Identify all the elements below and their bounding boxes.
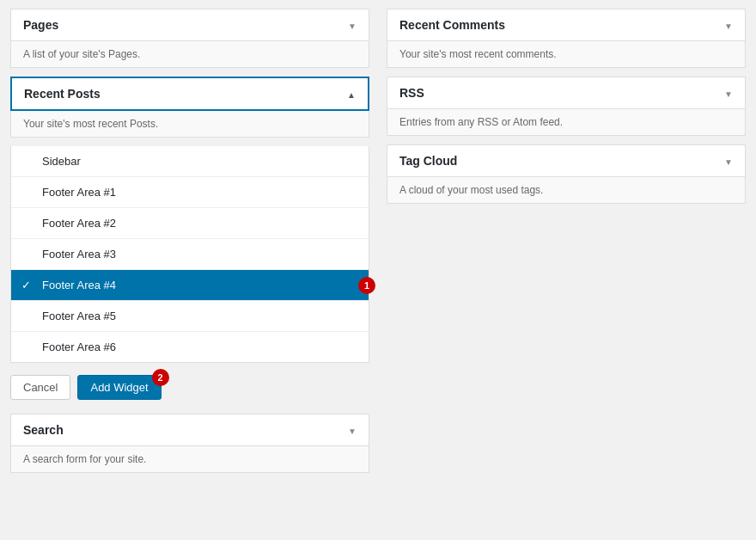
recent-comments-widget: Recent Comments Your site's most recent … <box>387 9 746 68</box>
search-widget-header[interactable]: Search <box>10 414 369 446</box>
tag-cloud-widget-desc: A cloud of your most used tags. <box>387 177 746 204</box>
list-item-footer5[interactable]: Footer Area #5 <box>11 301 369 332</box>
rss-widget-title: RSS <box>399 86 424 100</box>
list-item-footer4[interactable]: Footer Area #4 1 <box>11 270 369 301</box>
left-column: Pages A list of your site's Pages. Recen… <box>10 9 378 531</box>
list-item-sidebar[interactable]: Sidebar <box>11 146 369 177</box>
recent-comments-widget-header[interactable]: Recent Comments <box>387 9 746 41</box>
area-dropdown-list: Sidebar Footer Area #1 Footer Area #2 Fo… <box>10 146 369 363</box>
list-item-footer2[interactable]: Footer Area #2 <box>11 208 369 239</box>
add-widget-button[interactable]: Add Widget 2 <box>77 375 161 400</box>
rss-widget-header[interactable]: RSS <box>387 77 746 109</box>
recent-comments-chevron-icon <box>724 19 733 32</box>
list-item-footer3[interactable]: Footer Area #3 <box>11 239 369 270</box>
action-buttons: Cancel Add Widget 2 <box>10 370 369 408</box>
tag-cloud-widget: Tag Cloud A cloud of your most used tags… <box>387 144 746 204</box>
pages-widget-desc: A list of your site's Pages. <box>10 41 369 68</box>
recent-posts-chevron-icon <box>347 88 356 101</box>
tag-cloud-widget-header[interactable]: Tag Cloud <box>387 144 746 177</box>
search-widget-desc: A search form for your site. <box>10 446 369 473</box>
rss-chevron-icon <box>724 87 733 100</box>
pages-widget: Pages A list of your site's Pages. <box>10 9 369 68</box>
recent-comments-widget-title: Recent Comments <box>399 18 505 32</box>
pages-widget-header[interactable]: Pages <box>10 9 369 41</box>
recent-posts-widget-header[interactable]: Recent Posts <box>10 77 369 111</box>
recent-posts-widget-desc: Your site's most recent Posts. <box>10 111 369 138</box>
main-layout: Pages A list of your site's Pages. Recen… <box>0 0 756 540</box>
list-item-footer1[interactable]: Footer Area #1 <box>11 177 369 208</box>
search-widget: Search A search form for your site. <box>10 414 369 473</box>
search-widget-title: Search <box>23 423 64 437</box>
rss-widget: RSS Entries from any RSS or Atom feed. <box>387 77 746 136</box>
pages-chevron-icon <box>348 19 357 32</box>
right-column: Recent Comments Your site's most recent … <box>378 9 746 531</box>
list-item-footer6[interactable]: Footer Area #6 <box>11 332 369 362</box>
recent-posts-widget: Recent Posts Your site's most recent Pos… <box>10 77 369 408</box>
tag-cloud-widget-title: Tag Cloud <box>399 154 457 168</box>
footer4-badge: 1 <box>358 277 375 294</box>
search-chevron-icon <box>348 424 357 437</box>
add-widget-badge: 2 <box>152 369 169 386</box>
cancel-button[interactable]: Cancel <box>10 375 70 400</box>
recent-posts-widget-title: Recent Posts <box>24 87 101 101</box>
rss-widget-desc: Entries from any RSS or Atom feed. <box>387 109 746 136</box>
tag-cloud-chevron-icon <box>724 155 733 168</box>
recent-comments-widget-desc: Your site's most recent comments. <box>387 41 746 68</box>
pages-widget-title: Pages <box>23 18 58 32</box>
